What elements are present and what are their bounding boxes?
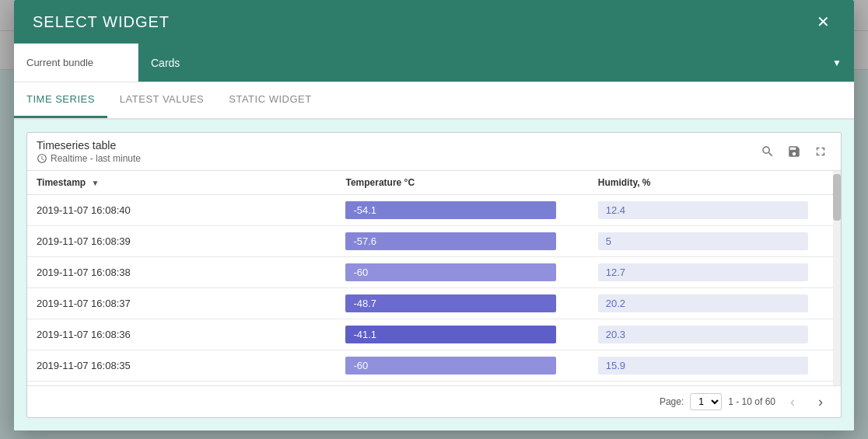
cell-timestamp: 2019-11-07 16:08:40 <box>27 195 336 226</box>
timeseries-card: Timeseries table Realtime - last minute <box>26 132 842 418</box>
cell-humidity: 12.4 <box>589 195 841 226</box>
table-wrapper: Timestamp ▼ Temperature °C Humidity, % <box>27 171 841 385</box>
cell-temperature: -60 <box>336 350 588 382</box>
table-row: 2019-11-07 16:08:36 -41.1 20.3 <box>27 319 841 350</box>
cell-timestamp: 2019-11-07 16:08:34 <box>27 382 336 386</box>
scrollbar[interactable] <box>833 171 841 385</box>
cell-temperature: -59.8 <box>336 382 588 386</box>
cell-humidity: 10.1 <box>589 382 841 386</box>
cell-humidity: 20.3 <box>589 319 841 350</box>
col-header-humidity: Humidity, % <box>589 171 841 195</box>
bundle-select[interactable]: Cards ▼ <box>138 44 854 82</box>
cell-humidity: 5 <box>589 226 841 257</box>
bundle-label: Current bundle <box>14 44 138 82</box>
modal-title: SELECT WIDGET <box>33 13 170 31</box>
sort-icon: ▼ <box>91 179 99 187</box>
card-title: Timeseries table <box>37 139 141 152</box>
cell-temperature: -54.1 <box>336 195 588 226</box>
card-title-area: Timeseries table Realtime - last minute <box>37 139 141 164</box>
cell-humidity: 15.9 <box>589 350 841 382</box>
cell-temperature: -60 <box>336 257 588 288</box>
cell-timestamp: 2019-11-07 16:08:35 <box>27 350 336 382</box>
bundle-dropdown-icon: ▼ <box>832 57 842 68</box>
table-row: 2019-11-07 16:08:39 -57.6 5 <box>27 226 841 257</box>
tab-latest-values[interactable]: LATEST VALUES <box>107 82 216 118</box>
cell-temperature: -48.7 <box>336 288 588 319</box>
card-actions <box>757 141 831 162</box>
col-header-temperature: Temperature °C <box>336 171 588 195</box>
cell-timestamp: 2019-11-07 16:08:38 <box>27 257 336 288</box>
cell-humidity: 12.7 <box>589 257 841 288</box>
prev-page-button[interactable]: ‹ <box>782 391 803 413</box>
cell-timestamp: 2019-11-07 16:08:36 <box>27 319 336 350</box>
widget-area: Timeseries table Realtime - last minute <box>14 120 854 430</box>
card-save-icon[interactable] <box>783 141 805 162</box>
tab-static-widget[interactable]: STATIC WIDGET <box>216 82 324 118</box>
tab-time-series[interactable]: TIME SERIES <box>14 82 107 118</box>
data-table: Timestamp ▼ Temperature °C Humidity, % <box>27 171 841 385</box>
modal-overlay: SELECT WIDGET ✕ Current bundle Cards ▼ T… <box>0 0 868 439</box>
card-fullscreen-icon[interactable] <box>810 141 831 162</box>
table-row: 2019-11-07 16:08:35 -60 15.9 <box>27 350 841 382</box>
card-header: Timeseries table Realtime - last minute <box>27 133 841 171</box>
pagination: Page: 1 1 - 10 of 60 ‹ › <box>27 385 841 417</box>
table-row: 2019-11-07 16:08:37 -48.7 20.2 <box>27 288 841 319</box>
cell-humidity: 20.2 <box>589 288 841 319</box>
tabs-bar: TIME SERIES LATEST VALUES STATIC WIDGET <box>14 82 854 120</box>
cell-timestamp: 2019-11-07 16:08:37 <box>27 288 336 319</box>
table-row: 2019-11-07 16:08:40 -54.1 12.4 <box>27 195 841 226</box>
cell-temperature: -41.1 <box>336 319 588 350</box>
modal-header: SELECT WIDGET ✕ <box>14 0 854 44</box>
bundle-value: Cards <box>151 57 180 69</box>
page-select[interactable]: 1 <box>690 393 722 410</box>
card-subtitle: Realtime - last minute <box>37 153 141 164</box>
scrollbar-thumb[interactable] <box>833 174 841 221</box>
page-label: Page: <box>660 396 684 407</box>
page-range: 1 - 10 of 60 <box>728 396 775 407</box>
close-button[interactable]: ✕ <box>810 9 835 34</box>
cell-timestamp: 2019-11-07 16:08:39 <box>27 226 336 257</box>
card-realtime-label: Realtime - last minute <box>51 153 141 164</box>
select-widget-modal: SELECT WIDGET ✕ Current bundle Cards ▼ T… <box>14 0 854 430</box>
card-search-icon[interactable] <box>757 141 779 162</box>
bundle-row: Current bundle Cards ▼ <box>14 44 854 82</box>
next-page-button[interactable]: › <box>810 391 831 413</box>
col-header-timestamp[interactable]: Timestamp ▼ <box>27 171 336 195</box>
table-row: 2019-11-07 16:08:38 -60 12.7 <box>27 257 841 288</box>
cell-temperature: -57.6 <box>336 226 588 257</box>
table-row: 2019-11-07 16:08:34 -59.8 10.1 <box>27 382 841 386</box>
